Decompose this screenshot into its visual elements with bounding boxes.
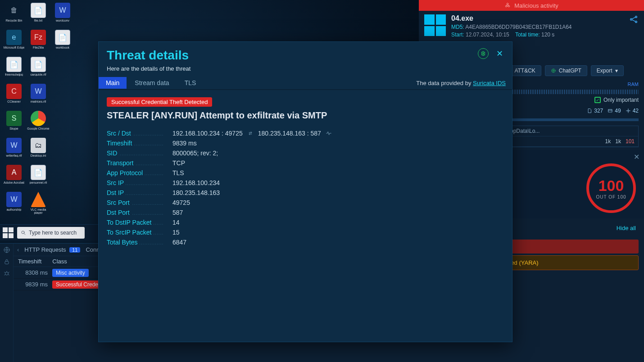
desktop-icon-label: matrices.rtf	[31, 100, 46, 103]
kv-row: Src IP192.168.100.234	[107, 179, 504, 186]
modal-close-button[interactable]: ✕	[495, 49, 504, 59]
app-icon: e	[6, 30, 22, 45]
chevron-left-icon[interactable]: ‹	[17, 246, 19, 253]
swap-icon	[247, 130, 254, 136]
svg-point-5	[507, 3, 508, 5]
desktop-icon[interactable]: 🗑Recycle Bin	[3, 3, 25, 29]
ai-assist-button[interactable]	[478, 48, 489, 59]
desktop-icon[interactable]: VLC media player	[27, 192, 50, 218]
sample-header: 04.exe MD5: A4EA8865BD6DD79B043ECB17FB1D…	[419, 11, 644, 41]
kv-key: Dst IP	[107, 189, 163, 196]
network-sidebar	[0, 244, 14, 362]
tab-http-requests-label: HTTP Requests	[24, 246, 66, 253]
globe-icon[interactable]	[3, 246, 10, 253]
modal-title: Threat details	[107, 48, 189, 63]
start-value: 12.07.2024, 10:15	[466, 32, 509, 38]
desktop-icon-label: wrtierfaq.rtf	[6, 154, 22, 157]
threat-details-modal: Threat details ✕ Here are the details of…	[98, 41, 512, 342]
checkbox-checked-icon: ✓	[594, 97, 601, 103]
app-icon: 📄	[31, 3, 46, 18]
export-button[interactable]: Export ▾	[591, 65, 624, 76]
desktop-icon-label: wordconv	[56, 19, 69, 22]
proc-stat: 101	[626, 138, 635, 145]
desktop-icon[interactable]: Wwrtierfaq.rtf	[3, 138, 25, 164]
biohazard-icon	[504, 2, 511, 9]
threat-classification-badge: Successful Credential Theft Detected	[107, 97, 212, 107]
openai-icon	[480, 50, 486, 57]
registry-icon	[608, 108, 613, 113]
desktop-icon[interactable]: Wwordconv	[51, 3, 74, 29]
row-class-badge: Successful Creden	[52, 281, 105, 289]
provider-note: The data provided by Suricata IDS	[416, 80, 512, 86]
desktop-icon[interactable]: 🗂Desktop.ini	[27, 138, 50, 164]
desktop-icon[interactable]: AAdobe Acrobat	[3, 165, 25, 191]
tab-http-requests[interactable]: HTTP Requests 11	[24, 246, 80, 253]
desktop-icon-label: Recycle Bin	[6, 19, 23, 22]
kv-key: SID	[107, 149, 163, 157]
provider-link[interactable]: Suricata IDS	[473, 80, 506, 86]
desktop-icon-label: CCleaner	[7, 100, 21, 103]
desktop-icon[interactable]: SSkype	[3, 111, 25, 137]
desktop-icon[interactable]: 📄freemsdwjpg	[3, 57, 25, 83]
app-icon: 🗑	[6, 3, 22, 18]
app-icon: 📄	[6, 57, 22, 72]
desktop-icon-label: VLC media player	[27, 208, 50, 214]
modal-tabs: Main Stream data TLS The data provided b…	[99, 77, 512, 90]
svg-point-3	[5, 272, 8, 275]
taskbar-search[interactable]: Type here to search	[17, 227, 85, 239]
desktop-icon-label: Microsoft Edge	[4, 46, 25, 49]
proc-stat: 1k	[605, 138, 611, 145]
row-timeshift: 8308 ms	[18, 269, 48, 276]
kv-key: Total Bytes	[107, 239, 163, 246]
kv-key: Src Port	[107, 199, 163, 206]
desktop-icon[interactable]: Google Chrome	[27, 111, 50, 137]
file-icon	[587, 108, 592, 113]
chatgpt-button[interactable]: ChatGPT	[545, 65, 587, 76]
desktop-icon[interactable]: FzFileZilla	[27, 30, 50, 56]
svg-rect-15	[608, 109, 612, 112]
total-time-label: Total time:	[515, 32, 540, 38]
kv-key: Src / Dst	[107, 130, 163, 137]
desktop-icon[interactable]: Wauthorship	[3, 192, 25, 218]
start-button[interactable]	[3, 227, 14, 238]
tab-connections[interactable]: Conn	[86, 246, 100, 253]
kv-value: 8000065; rev: 2;	[172, 149, 218, 157]
threat-signature: STEALER [ANY.RUN] Attempt to exfiltrate …	[107, 110, 504, 121]
threat-kv-table: Src / Dst192.168.100.234 : 49725180.235.…	[107, 130, 504, 246]
kv-row: TransportTCP	[107, 159, 504, 167]
pulse-icon	[326, 130, 332, 136]
share-icon[interactable]	[629, 14, 639, 24]
threat-score-value: 100	[599, 177, 624, 195]
kv-value: TCP	[172, 159, 185, 167]
kv-key: App Protocol	[107, 169, 163, 176]
desktop-icon-label: Google Chrome	[27, 127, 49, 130]
col-class: Class	[52, 258, 67, 265]
attck-button[interactable]: ATT&CK	[508, 65, 541, 76]
svg-rect-2	[5, 261, 9, 264]
desktop-icon-label: Desktop.ini	[31, 154, 46, 157]
desktop-icon-label: workbook	[56, 46, 69, 49]
tab-tls[interactable]: TLS	[177, 77, 204, 89]
threat-score-ring: 100 OUT OF 100	[586, 163, 636, 213]
md5-label: MD5:	[451, 24, 464, 30]
tab-stream-data[interactable]: Stream data	[127, 77, 176, 89]
kv-row: SID8000065; rev: 2;	[107, 149, 504, 157]
lock-icon[interactable]	[3, 258, 10, 265]
desktop-icon[interactable]: 📄carguide.rtf	[27, 57, 50, 83]
bug-icon[interactable]	[3, 270, 10, 277]
svg-point-16	[627, 110, 629, 112]
stat-value: 327	[594, 108, 603, 114]
desktop-icon-label: freemsdwjpg	[5, 73, 23, 76]
desktop-icon[interactable]: 📄workbook	[51, 30, 74, 56]
desktop-icon[interactable]: 📄personnel.rtf	[27, 165, 50, 191]
start-label: Start:	[451, 32, 464, 38]
stat-value: 42	[633, 108, 639, 114]
desktop-icon[interactable]: 📄file.txt	[27, 3, 50, 29]
desktop-icon[interactable]: Wmatrices.rtf	[27, 84, 50, 110]
only-important-label: Only important	[603, 97, 639, 103]
desktop-icon[interactable]: eMicrosoft Edge	[3, 30, 25, 56]
close-icon[interactable]: ✕	[634, 153, 639, 161]
desktop-icon[interactable]: CCCleaner	[3, 84, 25, 110]
desktop-icon-label: Skype	[9, 127, 18, 130]
tab-main[interactable]: Main	[99, 77, 127, 89]
